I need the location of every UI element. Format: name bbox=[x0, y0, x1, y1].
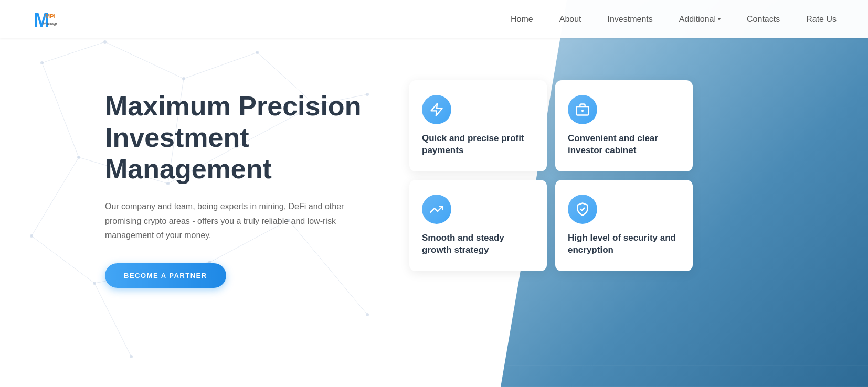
nav-item-home[interactable]: Home bbox=[511, 15, 533, 24]
feature-cards: Quick and precise profit payments Conven… bbox=[367, 70, 693, 282]
chart-icon bbox=[429, 202, 444, 217]
card-profit: Quick and precise profit payments bbox=[409, 80, 547, 171]
become-partner-button[interactable]: BECOME A PARTNER bbox=[105, 263, 226, 288]
nav-links: Home About Investments Additional ▾ Cont… bbox=[511, 15, 837, 24]
lightning-icon bbox=[429, 102, 444, 117]
nav-link-rate-us[interactable]: Rate Us bbox=[806, 15, 837, 24]
svg-text:MPI: MPI bbox=[45, 13, 56, 19]
nav-item-contacts[interactable]: Contacts bbox=[747, 15, 780, 24]
card-growth-text: Smooth and steady growth strategy bbox=[422, 232, 534, 256]
nav-link-investments[interactable]: Investments bbox=[608, 15, 653, 24]
nav-item-investments[interactable]: Investments bbox=[608, 15, 653, 24]
chevron-down-icon: ▾ bbox=[718, 16, 721, 22]
logo-icon: M MPI Management bbox=[31, 7, 57, 32]
svg-text:Management: Management bbox=[43, 21, 57, 26]
nav-link-additional[interactable]: Additional bbox=[679, 15, 716, 24]
logo[interactable]: M MPI Management bbox=[31, 7, 57, 32]
card-profit-text: Quick and precise profit payments bbox=[422, 133, 534, 157]
svg-line-39 bbox=[582, 208, 585, 211]
nav-link-home[interactable]: Home bbox=[511, 15, 533, 24]
card-cabinet-text: Convenient and clear investor cabinet bbox=[568, 133, 680, 157]
wallet-icon bbox=[575, 102, 590, 117]
main-content: Maximum Precision Investment Management … bbox=[0, 38, 868, 387]
card-growth: Smooth and steady growth strategy bbox=[409, 180, 547, 271]
nav-link-about[interactable]: About bbox=[559, 15, 581, 24]
hero-section: Maximum Precision Investment Management … bbox=[105, 70, 367, 288]
nav-item-rate-us[interactable]: Rate Us bbox=[806, 15, 837, 24]
card-security-text: High level of security and encryption bbox=[568, 232, 680, 256]
nav-item-additional[interactable]: Additional ▾ bbox=[679, 15, 721, 24]
shield-icon bbox=[575, 202, 590, 217]
hero-description: Our company and team, being experts in m… bbox=[105, 199, 346, 242]
nav-link-contacts[interactable]: Contacts bbox=[747, 15, 780, 24]
card-security: High level of security and encryption bbox=[555, 180, 693, 271]
navbar: M MPI Management Home About Investments … bbox=[0, 0, 868, 38]
card-cabinet-icon-wrap bbox=[568, 95, 597, 124]
card-growth-icon-wrap bbox=[422, 195, 451, 224]
card-profit-icon-wrap bbox=[422, 95, 451, 124]
nav-item-about[interactable]: About bbox=[559, 15, 581, 24]
hero-title: Maximum Precision Investment Management bbox=[105, 91, 367, 185]
card-security-icon-wrap bbox=[568, 195, 597, 224]
card-cabinet: Convenient and clear investor cabinet bbox=[555, 80, 693, 171]
